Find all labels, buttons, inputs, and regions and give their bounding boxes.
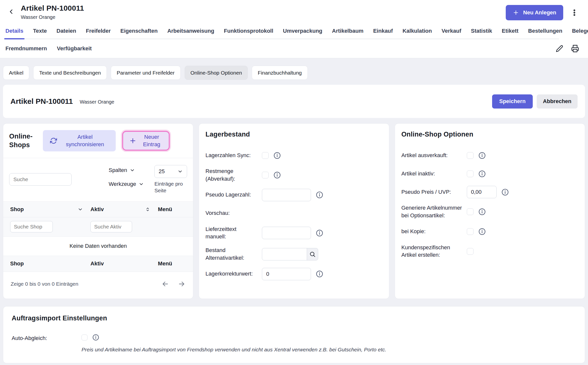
tab-kalkulation[interactable]: Kalkulation — [402, 28, 432, 39]
new-entry-label: Neuer Eintrag — [140, 133, 163, 148]
filter-aktiv-input[interactable] — [90, 221, 132, 232]
artikel-ausverkauft-checkbox[interactable] — [467, 152, 474, 159]
subtab-verfugbarkeit[interactable]: Verfügbarkeit — [57, 45, 92, 52]
tab-einkauf[interactable]: Einkauf — [373, 28, 393, 39]
kundenspezifischen-artikel-erstellen-checkbox[interactable] — [467, 248, 474, 255]
edit-button[interactable] — [555, 44, 564, 53]
card-title: Artikel PN-100011 — [10, 97, 73, 106]
info-icon[interactable] — [316, 270, 323, 278]
sort-icon[interactable] — [145, 207, 150, 212]
restmenge-abverkauf-checkbox[interactable] — [262, 172, 269, 178]
artikel-inaktiv-label: Artikel inaktiv: — [401, 170, 467, 178]
auto-abgleich-helper-text: Preis und Artikelname bei Auftragsimport… — [82, 347, 386, 353]
pseudo-preis-uvp-input[interactable] — [467, 186, 497, 198]
title-block: Artikel PN-100011 Wasser Orange — [21, 4, 84, 20]
kebab-icon — [571, 9, 578, 16]
tab-statistik[interactable]: Statistik — [471, 28, 492, 39]
info-icon[interactable] — [316, 229, 323, 237]
pill-parameter-und-freifelder[interactable]: Parameter und Freifelder — [111, 66, 180, 80]
bestand-alternativartikel-search-button[interactable] — [307, 248, 318, 260]
empty-state: Keine Daten vorhanden — [3, 237, 193, 256]
lagerzahlen-sync-checkbox[interactable] — [262, 152, 269, 159]
tab-bestellungen[interactable]: Bestellungen — [528, 28, 562, 39]
form-row-lagerkorrekturwert: Lagerkorrekturwert: — [205, 268, 382, 280]
sort-desc-icon[interactable] — [78, 207, 83, 212]
bestand-alternativartikel-label: Bestand Alternativartikel: — [205, 247, 262, 262]
search-input[interactable] — [9, 173, 72, 186]
generiere-artikelnummer-bei-optionsartikel-checkbox[interactable] — [467, 208, 474, 215]
bestand-alternativartikel-input[interactable] — [262, 248, 307, 260]
footer-header-shop: Shop — [10, 260, 90, 267]
form-row-bestand-alternativartikel: Bestand Alternativartikel: — [205, 247, 382, 262]
tab-eigenschaften[interactable]: Eigenschaften — [120, 28, 158, 39]
pagination-next-button[interactable] — [178, 280, 186, 288]
info-icon[interactable] — [274, 152, 281, 159]
new-create-button[interactable]: Neu Anlegen — [506, 5, 563, 20]
columns-dropdown[interactable]: Spalten — [109, 167, 144, 173]
order-import-title: Auftragsimport Einstellungen — [12, 314, 576, 322]
page-size-caption: Einträge pro Seite — [154, 180, 187, 194]
online-shops-panel: Online-Shops Artikel synchronisieren Neu… — [3, 123, 193, 299]
printer-icon — [571, 45, 579, 53]
back-button[interactable] — [5, 6, 17, 17]
pagination-prev-button[interactable] — [161, 280, 169, 288]
tab-etikett[interactable]: Etikett — [502, 28, 518, 39]
subtab-fremdnummern[interactable]: Fremdnummern — [5, 45, 47, 52]
more-options-button[interactable] — [569, 7, 580, 18]
info-icon[interactable] — [274, 171, 281, 179]
plus-icon — [513, 9, 519, 16]
tab-artikelbaum[interactable]: Artikelbaum — [332, 28, 364, 39]
artikel-ausverkauft-label: Artikel ausverkauft: — [401, 152, 467, 159]
pill-artikel[interactable]: Artikel — [3, 66, 29, 80]
tab-belege[interactable]: Belege — [572, 28, 588, 39]
bei-kopie-label: bei Kopie: — [401, 228, 467, 235]
info-icon[interactable] — [478, 228, 486, 235]
new-entry-button[interactable]: Neuer Eintrag — [122, 131, 170, 151]
tools-dropdown[interactable]: Werkzeuge — [109, 181, 144, 187]
tab-dateien[interactable]: Dateien — [56, 28, 76, 39]
sync-articles-button[interactable]: Artikel synchronisieren — [43, 130, 116, 151]
lagerkorrekturwert-input[interactable] — [262, 268, 311, 280]
info-icon[interactable] — [316, 191, 323, 198]
arrow-right-icon — [178, 281, 185, 287]
cancel-button[interactable]: Abbrechen — [537, 94, 578, 109]
tab-verkauf[interactable]: Verkauf — [442, 28, 461, 39]
pill-texte-und-beschreibungen[interactable]: Texte und Beschreibungen — [33, 66, 107, 80]
artikel-inaktiv-checkbox[interactable] — [467, 170, 474, 177]
info-icon[interactable] — [92, 334, 99, 341]
form-row-generiere-artikelnummer-bei-optionsartikel: Generiere Artikelnummer bei Optionsartik… — [401, 204, 578, 220]
tab-details[interactable]: Details — [5, 28, 23, 39]
filter-shop-input[interactable] — [10, 221, 53, 232]
tab-freifelder[interactable]: Freifelder — [86, 28, 111, 39]
print-button[interactable] — [571, 44, 580, 53]
pill-finanzbuchhaltung[interactable]: Finanzbuchhaltung — [252, 66, 308, 80]
lagerbestand-form: Lagerzahlen Sync:Restmenge (Abverkauf):P… — [205, 149, 382, 280]
subtab-group: FremdnummernVerfügbarkeit — [5, 45, 92, 52]
save-button[interactable]: Speichern — [492, 94, 533, 109]
pseudo-lagerzahl-input[interactable] — [262, 189, 311, 201]
section-pill-row: ArtikelTexte und BeschreibungenParameter… — [3, 58, 585, 85]
info-icon[interactable] — [478, 170, 486, 177]
info-icon[interactable] — [502, 189, 509, 196]
auto-abgleich-checkbox[interactable] — [82, 335, 87, 340]
card-subtitle: Wasser Orange — [80, 99, 114, 105]
tab-umverpackung[interactable]: Umverpackung — [283, 28, 322, 39]
tab-funktionsprotokoll[interactable]: Funktionsprotokoll — [224, 28, 273, 39]
plus-icon — [129, 137, 137, 144]
column-header-shop[interactable]: Shop — [10, 206, 24, 213]
footer-header-menu: Menü — [158, 260, 187, 267]
pill-online-shop-optionen[interactable]: Online-Shop Optionen — [185, 66, 248, 80]
tab-texte[interactable]: Texte — [33, 28, 47, 39]
info-icon[interactable] — [478, 208, 486, 215]
form-row-restmenge-abverkauf: Restmenge (Abverkauf): — [205, 168, 382, 183]
page-size-select[interactable]: 25 — [154, 165, 187, 178]
bei-kopie-checkbox[interactable] — [467, 228, 474, 235]
pseudo-preis-uvp-label: Pseudo Preis / UVP: — [401, 188, 467, 196]
shops-table-footer: Shop Aktiv Menü — [3, 256, 193, 272]
lieferzeittext-manuell-input[interactable] — [262, 227, 311, 239]
tab-arbeitsanweisung[interactable]: Arbeitsanweisung — [167, 28, 214, 39]
info-icon[interactable] — [478, 152, 486, 159]
column-header-menu: Menü — [158, 206, 187, 213]
column-header-aktiv[interactable]: Aktiv — [90, 206, 104, 213]
sync-articles-label: Artikel synchronisieren — [61, 133, 109, 148]
